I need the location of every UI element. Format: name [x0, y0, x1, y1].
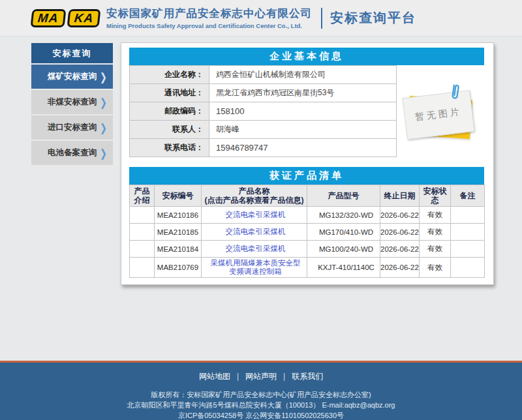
footer-copyright: 版权所有：安标国家矿用产品安全标志中心(矿用产品安全标志办公室) 北京朝阳区和平…	[0, 389, 522, 420]
cert-no-cell: MEA210184	[155, 241, 202, 258]
status-cell: 有效	[420, 258, 451, 278]
chevron-right-icon: ❯	[100, 121, 107, 134]
expiry-cell: 2026-06-22	[380, 241, 420, 258]
header-divider	[321, 8, 322, 29]
col-expiry-date: 终止日期	[380, 185, 420, 207]
footer-link-sitemap[interactable]: 网站地图	[199, 372, 230, 381]
col-product-intro: 产品介绍	[130, 185, 155, 207]
status-cell: 有效	[420, 241, 451, 258]
table-row: MAB210769 采煤机用隔爆兼本质安全型变频调速控制箱 KXJT-410/1…	[130, 258, 485, 278]
chevron-right-icon: ❯	[100, 70, 107, 83]
product-name-link[interactable]: 交流电牵引采煤机	[226, 228, 286, 235]
products-table: 产品介绍 安标编号 产品名称 (点击产品名称查看产品信息) 产品型号 终止日期 …	[129, 185, 485, 278]
col-product-name-line1: 产品名称	[202, 187, 306, 196]
content-panel: 企业基本信息 企业名称： 鸡西金恒矿山机械制造有限公司 通讯地址： 黑龙江省鸡西…	[121, 42, 494, 285]
product-name-link[interactable]: 交流电牵引采煤机	[226, 245, 286, 252]
col-remark: 备注	[451, 185, 485, 207]
logo-ka-badge: KA	[67, 9, 100, 27]
company-info-section: 企业基本信息 企业名称： 鸡西金恒矿山机械制造有限公司 通讯地址： 黑龙江省鸡西…	[129, 48, 484, 157]
table-row: 通讯地址： 黑龙江省鸡西市鸡冠区南星街53号	[130, 84, 397, 102]
certified-products-section: 获证产品清单 产品介绍 安标编号 产品名称 (点击产品名称查看产品信息) 产品型…	[129, 167, 484, 278]
product-name-cell: 交流电牵引采煤机	[202, 224, 307, 241]
footer-link-statement[interactable]: 网站声明	[245, 372, 277, 381]
cert-no-cell: MEA210185	[155, 224, 202, 241]
table-row: 邮政编码： 158100	[130, 102, 397, 121]
platform-title: 安标查询平台	[330, 9, 416, 27]
expiry-cell: 2026-06-22	[380, 258, 420, 278]
table-row: MEA210185 交流电牵引采煤机 MG170/410-WD 2026-06-…	[130, 224, 485, 241]
col-model: 产品型号	[307, 185, 380, 207]
copyright-line1: 版权所有：安标国家矿用产品安全标志中心(矿用产品安全标志办公室)	[0, 389, 522, 400]
sidebar-item-non-coal-query[interactable]: 非煤安标查询 ❯	[31, 90, 113, 114]
company-name-value: 鸡西金恒矿山机械制造有限公司	[209, 66, 397, 84]
postcode-label: 邮政编码：	[130, 102, 209, 121]
product-name-cell: 采煤机用隔爆兼本质安全型变频调速控制箱	[202, 258, 307, 278]
table-row: 企业名称： 鸡西金恒矿山机械制造有限公司	[130, 66, 397, 84]
model-cell: MG100/240-WD	[307, 241, 380, 258]
product-intro-cell	[130, 224, 155, 241]
product-name-cell: 交流电牵引采煤机	[202, 241, 307, 258]
address-value: 黑龙江省鸡西市鸡冠区南星街53号	[209, 84, 397, 102]
footer: 网站地图|网站声明|联系我们 版权所有：安标国家矿用产品安全标志中心(矿用产品安…	[0, 361, 522, 420]
no-image-placeholder: 暂无图片	[397, 65, 484, 157]
model-cell: KXJT-410/1140C	[307, 258, 380, 278]
model-cell: MG170/410-WD	[307, 224, 380, 241]
footer-link-contact[interactable]: 联系我们	[292, 372, 323, 381]
contact-person-value: 胡海峰	[209, 121, 397, 139]
contact-person-label: 联系人：	[130, 121, 209, 139]
maka-logo: MA KA	[31, 9, 100, 27]
chevron-right-icon: ❯	[100, 147, 107, 160]
col-product-name: 产品名称 (点击产品名称查看产品信息)	[202, 185, 307, 207]
product-intro-cell	[130, 241, 155, 258]
no-image-text: 暂无图片	[414, 106, 463, 124]
status-cell: 有效	[420, 207, 451, 224]
chevron-right-icon: ❯	[100, 96, 107, 109]
remark-cell	[451, 241, 485, 258]
expiry-cell: 2026-06-22	[380, 224, 420, 241]
sidebar-item-coal-mine-query[interactable]: 煤矿安标查询 ❯	[31, 65, 113, 89]
address-label: 通讯地址：	[130, 84, 209, 102]
product-intro-cell	[130, 258, 155, 278]
top-header: MA KA 安标国家矿用产品安全标志中心有限公司 Mining Products…	[0, 0, 522, 37]
logo-ma-badge: MA	[31, 9, 67, 27]
sidebar-item-battery-record-query[interactable]: 电池备案查询 ❯	[31, 141, 113, 165]
products-header: 获证产品清单	[129, 167, 484, 185]
product-name-link[interactable]: 采煤机用隔爆兼本质安全型变频调速控制箱	[211, 259, 301, 275]
table-row: 联系人： 胡海峰	[130, 121, 397, 139]
product-intro-cell	[130, 207, 155, 224]
table-header-row: 产品介绍 安标编号 产品名称 (点击产品名称查看产品信息) 产品型号 终止日期 …	[130, 185, 485, 207]
table-row: MEA210186 交流电牵引采煤机 MG132/320-WD 2026-06-…	[130, 207, 485, 224]
footer-separator: |	[237, 372, 239, 381]
footer-separator: |	[283, 372, 285, 381]
org-name-en: Mining Products Safety Approval and Cert…	[106, 22, 312, 29]
table-row: MEA210184 交流电牵引采煤机 MG100/240-WD 2026-06-…	[130, 241, 485, 258]
remark-cell	[451, 224, 485, 241]
cert-no-cell: MAB210769	[155, 258, 202, 278]
phone-label: 联系电话：	[130, 139, 209, 157]
table-row: 联系电话： 15946789747	[130, 139, 397, 157]
sidebar-item-label: 进口安标查询	[48, 122, 97, 133]
postcode-value: 158100	[209, 102, 397, 121]
product-name-link[interactable]: 交流电牵引采煤机	[226, 211, 286, 218]
sidebar-item-label: 煤矿安标查询	[48, 71, 97, 82]
col-product-name-line2: (点击产品名称查看产品信息)	[202, 196, 306, 205]
company-info-table: 企业名称： 鸡西金恒矿山机械制造有限公司 通讯地址： 黑龙江省鸡西市鸡冠区南星街…	[129, 65, 397, 157]
remark-cell	[451, 258, 485, 278]
org-names: 安标国家矿用产品安全标志中心有限公司 Mining Products Safet…	[106, 7, 312, 29]
copyright-line2: 北京朝阳区和平里青年沟路5号煤科总院安科大厦（100013） E-mail:aq…	[0, 400, 522, 410]
status-cell: 有效	[420, 224, 451, 241]
sidebar-item-label: 非煤安标查询	[48, 97, 97, 108]
sidebar-title: 安标查询	[31, 43, 113, 63]
sidebar-item-import-query[interactable]: 进口安标查询 ❯	[31, 115, 113, 140]
copyright-line3: 京ICP备05034258号 京公网安备11010502025630号	[0, 410, 522, 420]
sidebar: 安标查询 煤矿安标查询 ❯ 非煤安标查询 ❯ 进口安标查询 ❯ 电池备案查询 ❯	[31, 43, 113, 165]
company-name-label: 企业名称：	[130, 66, 209, 84]
footer-links: 网站地图|网站声明|联系我们	[0, 371, 522, 382]
model-cell: MG132/320-WD	[307, 207, 380, 224]
col-cert-no: 安标编号	[155, 185, 202, 207]
org-name-cn: 安标国家矿用产品安全标志中心有限公司	[106, 7, 312, 21]
remark-cell	[451, 207, 485, 224]
phone-value: 15946789747	[209, 139, 397, 157]
cert-no-cell: MEA210186	[155, 207, 202, 224]
company-info-header: 企业基本信息	[129, 48, 484, 65]
